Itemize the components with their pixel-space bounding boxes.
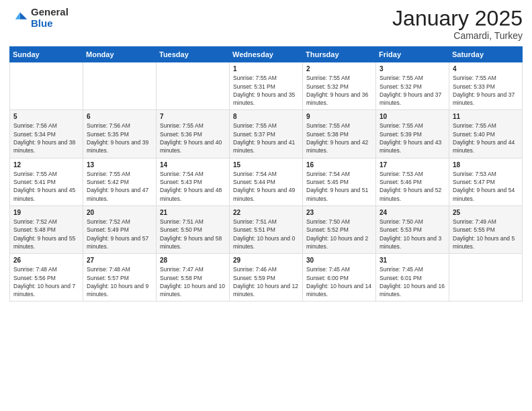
logo: General Blue (9, 7, 69, 29)
day-number: 16 (306, 161, 372, 169)
day-number: 25 (453, 209, 519, 216)
day-number: 3 (380, 65, 445, 73)
day-number: 13 (87, 161, 152, 169)
calendar-cell: 19Sunrise: 7:52 AMSunset: 5:48 PMDayligh… (10, 205, 83, 253)
calendar-cell (157, 62, 230, 110)
logo-icon (9, 9, 28, 28)
day-number: 15 (233, 161, 299, 169)
day-info: Sunrise: 7:54 AMSunset: 5:44 PMDaylight:… (233, 170, 299, 203)
calendar-cell: 13Sunrise: 7:55 AMSunset: 5:42 PMDayligh… (83, 158, 157, 205)
calendar-cell: 24Sunrise: 7:50 AMSunset: 5:53 PMDayligh… (376, 205, 449, 253)
title-block: January 2025 Camardi, Turkey (392, 7, 523, 41)
day-number: 29 (233, 257, 299, 264)
calendar-cell: 1Sunrise: 7:55 AMSunset: 5:31 PMDaylight… (230, 62, 303, 110)
col-header-tuesday: Tuesday (157, 47, 230, 62)
calendar-cell: 10Sunrise: 7:55 AMSunset: 5:39 PMDayligh… (376, 110, 449, 158)
day-number: 31 (380, 257, 445, 264)
day-number: 10 (380, 113, 445, 120)
col-header-thursday: Thursday (303, 47, 376, 62)
day-number: 7 (160, 113, 226, 120)
day-info: Sunrise: 7:47 AMSunset: 5:58 PMDaylight:… (160, 265, 226, 298)
calendar-cell: 5Sunrise: 7:56 AMSunset: 5:34 PMDaylight… (10, 110, 83, 158)
day-number: 18 (453, 161, 519, 169)
calendar-week-row: 12Sunrise: 7:55 AMSunset: 5:41 PMDayligh… (10, 158, 523, 205)
day-info: Sunrise: 7:53 AMSunset: 5:46 PMDaylight:… (380, 170, 445, 203)
day-info: Sunrise: 7:45 AMSunset: 6:01 PMDaylight:… (380, 265, 445, 298)
calendar-cell: 28Sunrise: 7:47 AMSunset: 5:58 PMDayligh… (157, 254, 230, 302)
page: General Blue January 2025 Camardi, Turke… (0, 0, 532, 411)
day-number: 24 (380, 209, 445, 216)
day-number: 11 (453, 113, 519, 120)
calendar-cell: 15Sunrise: 7:54 AMSunset: 5:44 PMDayligh… (230, 158, 303, 205)
day-number: 5 (13, 113, 79, 120)
calendar-cell: 17Sunrise: 7:53 AMSunset: 5:46 PMDayligh… (376, 158, 449, 205)
day-info: Sunrise: 7:52 AMSunset: 5:48 PMDaylight:… (13, 218, 79, 250)
calendar-cell: 8Sunrise: 7:55 AMSunset: 5:37 PMDaylight… (230, 110, 303, 158)
calendar-cell: 20Sunrise: 7:52 AMSunset: 5:49 PMDayligh… (83, 205, 157, 253)
calendar-cell: 9Sunrise: 7:55 AMSunset: 5:38 PMDaylight… (303, 110, 376, 158)
day-number: 28 (160, 257, 226, 264)
day-number: 27 (87, 257, 152, 264)
calendar-cell: 27Sunrise: 7:48 AMSunset: 5:57 PMDayligh… (83, 254, 157, 302)
day-number: 12 (13, 161, 79, 169)
day-info: Sunrise: 7:51 AMSunset: 5:50 PMDaylight:… (160, 218, 226, 250)
day-info: Sunrise: 7:49 AMSunset: 5:55 PMDaylight:… (453, 218, 519, 250)
day-info: Sunrise: 7:50 AMSunset: 5:52 PMDaylight:… (306, 218, 372, 250)
day-number: 8 (233, 113, 299, 120)
day-info: Sunrise: 7:55 AMSunset: 5:33 PMDaylight:… (453, 74, 519, 107)
day-number: 23 (306, 209, 372, 216)
col-header-wednesday: Wednesday (230, 47, 303, 62)
day-info: Sunrise: 7:55 AMSunset: 5:32 PMDaylight:… (306, 74, 372, 107)
day-info: Sunrise: 7:45 AMSunset: 6:00 PMDaylight:… (306, 265, 372, 298)
calendar-cell: 26Sunrise: 7:48 AMSunset: 5:56 PMDayligh… (10, 254, 83, 302)
day-info: Sunrise: 7:54 AMSunset: 5:45 PMDaylight:… (306, 170, 372, 203)
calendar-cell: 16Sunrise: 7:54 AMSunset: 5:45 PMDayligh… (303, 158, 376, 205)
col-header-saturday: Saturday (449, 47, 523, 62)
day-info: Sunrise: 7:55 AMSunset: 5:37 PMDaylight:… (233, 122, 299, 154)
calendar-week-row: 1Sunrise: 7:55 AMSunset: 5:31 PMDaylight… (10, 62, 523, 110)
day-number: 4 (453, 65, 519, 73)
day-number: 22 (233, 209, 299, 216)
day-info: Sunrise: 7:55 AMSunset: 5:41 PMDaylight:… (13, 170, 79, 203)
logo-text: General Blue (31, 7, 69, 29)
header: General Blue January 2025 Camardi, Turke… (9, 7, 523, 41)
calendar-cell: 14Sunrise: 7:54 AMSunset: 5:43 PMDayligh… (157, 158, 230, 205)
col-header-monday: Monday (83, 47, 157, 62)
calendar-cell: 21Sunrise: 7:51 AMSunset: 5:50 PMDayligh… (157, 205, 230, 253)
day-info: Sunrise: 7:50 AMSunset: 5:53 PMDaylight:… (380, 218, 445, 250)
day-number: 20 (87, 209, 152, 216)
day-info: Sunrise: 7:52 AMSunset: 5:49 PMDaylight:… (87, 218, 152, 250)
day-number: 26 (13, 257, 79, 264)
day-number: 2 (306, 65, 372, 73)
day-number: 6 (87, 113, 152, 120)
day-number: 21 (160, 209, 226, 216)
day-info: Sunrise: 7:55 AMSunset: 5:32 PMDaylight:… (380, 74, 445, 107)
day-info: Sunrise: 7:56 AMSunset: 5:35 PMDaylight:… (87, 122, 152, 154)
calendar-cell: 3Sunrise: 7:55 AMSunset: 5:32 PMDaylight… (376, 62, 449, 110)
col-header-friday: Friday (376, 47, 449, 62)
day-info: Sunrise: 7:55 AMSunset: 5:36 PMDaylight:… (160, 122, 226, 154)
calendar: SundayMondayTuesdayWednesdayThursdayFrid… (9, 46, 523, 302)
day-info: Sunrise: 7:55 AMSunset: 5:40 PMDaylight:… (453, 122, 519, 154)
title-location: Camardi, Turkey (392, 30, 523, 41)
calendar-cell: 2Sunrise: 7:55 AMSunset: 5:32 PMDaylight… (303, 62, 376, 110)
day-number: 19 (13, 209, 79, 216)
calendar-cell: 22Sunrise: 7:51 AMSunset: 5:51 PMDayligh… (230, 205, 303, 253)
calendar-cell: 6Sunrise: 7:56 AMSunset: 5:35 PMDaylight… (83, 110, 157, 158)
calendar-cell: 29Sunrise: 7:46 AMSunset: 5:59 PMDayligh… (230, 254, 303, 302)
day-info: Sunrise: 7:56 AMSunset: 5:34 PMDaylight:… (13, 122, 79, 154)
calendar-cell: 4Sunrise: 7:55 AMSunset: 5:33 PMDaylight… (449, 62, 523, 110)
day-info: Sunrise: 7:53 AMSunset: 5:47 PMDaylight:… (453, 170, 519, 203)
day-number: 9 (306, 113, 372, 120)
calendar-cell (83, 62, 157, 110)
day-info: Sunrise: 7:55 AMSunset: 5:39 PMDaylight:… (380, 122, 445, 154)
calendar-week-row: 5Sunrise: 7:56 AMSunset: 5:34 PMDaylight… (10, 110, 523, 158)
day-info: Sunrise: 7:48 AMSunset: 5:56 PMDaylight:… (13, 265, 79, 298)
day-info: Sunrise: 7:46 AMSunset: 5:59 PMDaylight:… (233, 265, 299, 298)
calendar-week-row: 19Sunrise: 7:52 AMSunset: 5:48 PMDayligh… (10, 205, 523, 253)
calendar-cell: 23Sunrise: 7:50 AMSunset: 5:52 PMDayligh… (303, 205, 376, 253)
calendar-cell: 7Sunrise: 7:55 AMSunset: 5:36 PMDaylight… (157, 110, 230, 158)
calendar-cell: 11Sunrise: 7:55 AMSunset: 5:40 PMDayligh… (449, 110, 523, 158)
day-number: 30 (306, 257, 372, 264)
title-month: January 2025 (392, 7, 523, 30)
